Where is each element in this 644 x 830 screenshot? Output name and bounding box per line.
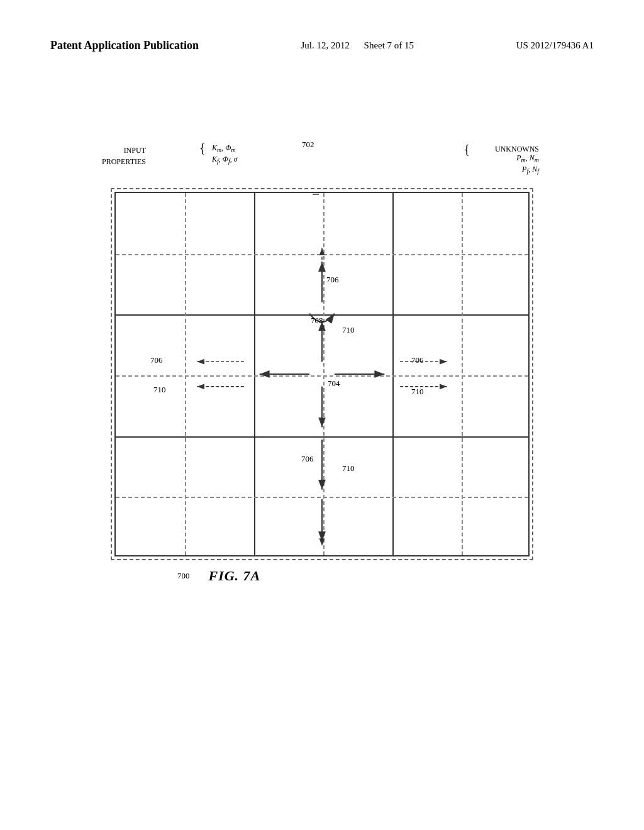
kf-phif-label: Kf, Φf, σ bbox=[212, 155, 238, 165]
h-dashed-2 bbox=[116, 375, 528, 377]
bottom-caption: 700 FIG. 7A bbox=[102, 568, 542, 584]
km-phim-label: Km, Φm bbox=[212, 143, 236, 153]
h-divider-2 bbox=[116, 436, 528, 438]
ref-700-label: 700 bbox=[177, 571, 190, 581]
header-center: Jul. 12, 2012 Sheet 7 of 15 bbox=[301, 38, 414, 53]
ref-706-right: 706 bbox=[411, 355, 424, 365]
ref-708: 708 bbox=[311, 316, 323, 326]
header-right: US 2012/179436 A1 bbox=[516, 38, 594, 53]
v-dashed-2 bbox=[323, 193, 325, 555]
dashed-outer-border bbox=[111, 188, 533, 560]
ref-710-bottom: 710 bbox=[342, 463, 355, 473]
ref-704: 704 bbox=[328, 379, 340, 389]
pf-nf-label: Pf, Nf bbox=[522, 165, 539, 175]
ref-710-left: 710 bbox=[153, 385, 166, 395]
v-divider-2 bbox=[392, 193, 394, 555]
diagram-container: INPUT PROPERTIES { Km, Φm Kf, Φf, σ 702 … bbox=[102, 138, 542, 584]
v-dashed-1 bbox=[185, 193, 186, 555]
ref-706-top: 706 bbox=[326, 275, 339, 285]
h-dashed-1 bbox=[116, 254, 528, 255]
v-divider-1 bbox=[254, 193, 255, 555]
ref-706-left: 706 bbox=[150, 355, 163, 365]
input-brace: { bbox=[199, 141, 206, 154]
ref-710-top: 710 bbox=[342, 325, 355, 335]
v-dashed-3 bbox=[462, 193, 463, 555]
ref-710-right: 710 bbox=[411, 387, 424, 397]
pm-nm-label: Pm, Nm bbox=[516, 153, 539, 163]
top-labels: INPUT PROPERTIES { Km, Φm Kf, Φf, σ 702 … bbox=[102, 138, 542, 189]
ref-706-bottom: 706 bbox=[301, 454, 314, 464]
header-title: Patent Application Publication bbox=[50, 38, 199, 53]
input-properties-label: INPUT PROPERTIES bbox=[102, 145, 146, 167]
h-dashed-3 bbox=[116, 497, 528, 498]
figure-label: FIG. 7A bbox=[209, 568, 261, 584]
main-grid: 706 708 710 706 710 704 706 710 bbox=[114, 192, 530, 556]
unknowns-brace: { bbox=[464, 142, 470, 157]
ref-702-label: 702 bbox=[302, 140, 314, 150]
page-header: Patent Application Publication Jul. 12, … bbox=[0, 38, 644, 53]
